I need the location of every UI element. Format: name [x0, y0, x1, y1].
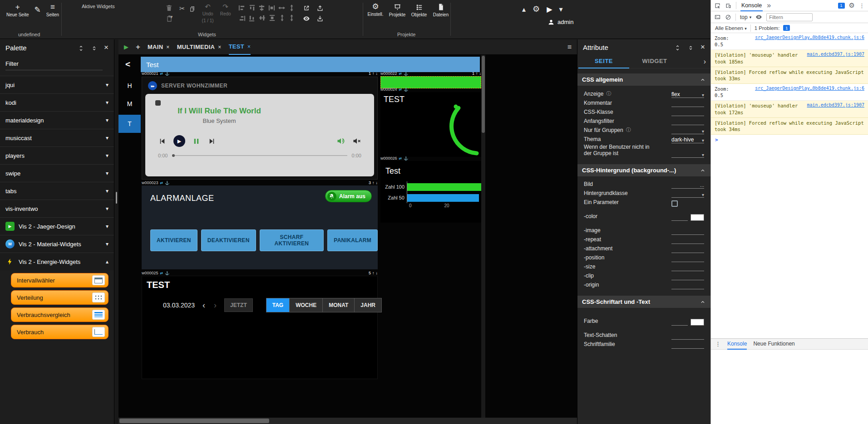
close-view-icon[interactable]: ×: [247, 44, 251, 50]
context-selector[interactable]: top ▾: [740, 14, 751, 20]
filter-eye-icon[interactable]: [755, 14, 762, 20]
bild-button[interactable]: ...: [671, 181, 704, 189]
section-css-allgemein[interactable]: CSS allgemein: [577, 73, 710, 86]
open-view-external-button[interactable]: [303, 4, 310, 12]
align-left-icon[interactable]: [237, 4, 247, 13]
console-prompt[interactable]: >: [711, 135, 868, 145]
unfold-less-icon[interactable]: [91, 44, 98, 52]
source-link[interactable]: main.edcbd397.js:1907: [807, 52, 864, 57]
copy-widget-button[interactable]: [189, 5, 196, 13]
equal-height-icon[interactable]: [277, 14, 286, 23]
palette-widget-verbrauch[interactable]: Verbrauch: [11, 325, 108, 339]
view-tab-main[interactable]: MAIN ×: [148, 39, 170, 55]
kommentar-input[interactable]: [671, 100, 704, 107]
schriftfamilie-input[interactable]: [671, 341, 704, 349]
alarm-deactivate-button[interactable]: DEAKTIVIEREN: [201, 229, 256, 251]
devtools-settings-icon[interactable]: ⚙: [849, 1, 855, 10]
color-input[interactable]: [671, 214, 688, 221]
lower-widget-icon[interactable]: [287, 14, 296, 23]
show-widget-button[interactable]: [303, 14, 310, 22]
scrollbar-thumb[interactable]: [482, 56, 485, 133]
gruppen-select[interactable]: ▾: [671, 127, 704, 134]
close-view-icon[interactable]: ×: [166, 44, 169, 50]
hintergrundklasse-select[interactable]: ▾: [671, 190, 704, 198]
period-woche-button[interactable]: WOCHE: [289, 298, 322, 312]
checkbox[interactable]: [671, 200, 678, 207]
down-icon[interactable]: ↓: [376, 180, 378, 185]
background-origin-input[interactable]: [671, 282, 704, 289]
paste-widget-button[interactable]: [166, 14, 173, 22]
up-icon[interactable]: ↑: [372, 71, 375, 76]
user-menu[interactable]: admin: [547, 18, 586, 26]
active-widgets-select[interactable]: Aktive Widgets ▾: [82, 2, 173, 22]
center-horizontal-icon[interactable]: [257, 4, 266, 13]
run-view-icon[interactable]: ▶: [124, 44, 128, 50]
close-icon[interactable]: ×: [104, 43, 108, 52]
collapse-toolbar-icon[interactable]: ▴: [522, 5, 526, 14]
chevron-down-icon[interactable]: ▾: [559, 5, 562, 14]
gear-icon[interactable]: ⚙: [533, 4, 540, 14]
back-chevron-icon[interactable]: <: [125, 59, 130, 69]
up-icon[interactable]: ↑: [372, 271, 375, 275]
align-right-icon[interactable]: [237, 14, 247, 23]
cut-widget-button[interactable]: ✂: [179, 5, 185, 13]
period-jahr-button[interactable]: JAHR: [354, 298, 381, 312]
color-swatch[interactable]: [690, 214, 704, 221]
background-attachment-input[interactable]: [671, 246, 704, 253]
drawer-tab-neue-funktionen[interactable]: Neue Funktionen: [753, 339, 794, 350]
objects-button[interactable]: Objekte: [409, 3, 429, 17]
new-page-button[interactable]: + Neue Seite: [6, 4, 29, 17]
palette-group-vis-inventwo[interactable]: vis-inventwo ▾: [0, 200, 114, 217]
palette-widget-verteilung[interactable]: Verteilung: [11, 290, 108, 305]
skip-previous-button[interactable]: [158, 136, 167, 145]
tab-widget[interactable]: WIDGET: [629, 55, 680, 68]
palette-group-tabs[interactable]: tabs ▾: [0, 182, 114, 200]
volume-mute-button[interactable]: [352, 136, 361, 146]
devtools-menu-icon[interactable]: ⋮: [859, 2, 865, 9]
canvas-vertical-scrollbar[interactable]: [481, 55, 485, 418]
undo-icon[interactable]: ↶: [205, 4, 211, 10]
period-tag-button[interactable]: TAG: [266, 298, 289, 312]
next-date-icon[interactable]: ›: [214, 301, 217, 310]
view-tab-multimedia[interactable]: MULTIMEDIA ×: [177, 39, 222, 55]
delete-widget-button[interactable]: [165, 4, 173, 12]
background-size-input[interactable]: [671, 264, 704, 271]
drawer-tab-konsole[interactable]: Konsole: [727, 339, 747, 350]
alarm-status-button[interactable]: Alarm aus: [325, 190, 372, 202]
tab-konsole[interactable]: Konsole: [740, 0, 763, 11]
css-klasse-input[interactable]: [671, 109, 704, 116]
palette-group-swipe[interactable]: swipe ▾: [0, 164, 114, 182]
anfangsfilter-input[interactable]: [671, 118, 704, 125]
palette-widget-intervallwaehler[interactable]: Intervallwähler: [11, 273, 108, 288]
up-icon[interactable]: ↑: [476, 71, 478, 76]
more-panels-icon[interactable]: »: [767, 1, 771, 10]
unfold-less-icon[interactable]: [687, 43, 694, 51]
selected-green-widget[interactable]: [380, 76, 481, 88]
previous-date-icon[interactable]: ‹: [202, 301, 205, 310]
alarm-widget[interactable]: ALARMANLAGE Alarm aus AKTIVIEREN DEAKTIV…: [142, 185, 378, 269]
palette-group-players[interactable]: players ▾: [0, 146, 114, 164]
palette-group-musiccast[interactable]: musiccast ▾: [0, 129, 114, 146]
source-link[interactable]: src_JaegerDesignPlay…0b8de419.chunk.js:6: [755, 86, 864, 91]
palette-group-kodi[interactable]: kodi ▾: [0, 93, 114, 111]
equal-width-icon[interactable]: [277, 4, 286, 13]
background-color-field[interactable]: [671, 214, 704, 221]
redo-icon[interactable]: ↷: [222, 4, 228, 10]
thema-select[interactable]: dark-hive ▾: [671, 136, 704, 143]
clear-console-icon[interactable]: [725, 14, 731, 20]
issues-count-badge[interactable]: 1: [783, 25, 790, 31]
edit-page-button[interactable]: ✎: [34, 4, 40, 14]
device-toolbar-icon[interactable]: [725, 1, 732, 10]
background-image-input[interactable]: [671, 228, 704, 235]
pages-menu-button[interactable]: ≡ Seiten: [46, 4, 59, 17]
files-button[interactable]: Dateien: [431, 3, 450, 17]
console-sidebar-icon[interactable]: [714, 14, 721, 20]
text-schatten-input[interactable]: [671, 332, 704, 340]
section-css-hintergrund[interactable]: CSS-Hintergrund (background-...): [577, 164, 710, 176]
unfold-more-icon[interactable]: [78, 44, 84, 52]
anzeige-select[interactable]: flex ▾: [671, 91, 704, 98]
view-menu-icon[interactable]: ≡: [567, 43, 572, 51]
close-view-icon[interactable]: ×: [218, 44, 221, 50]
align-top-icon[interactable]: [247, 4, 256, 13]
issues-badge-icon[interactable]: 1: [838, 3, 845, 9]
